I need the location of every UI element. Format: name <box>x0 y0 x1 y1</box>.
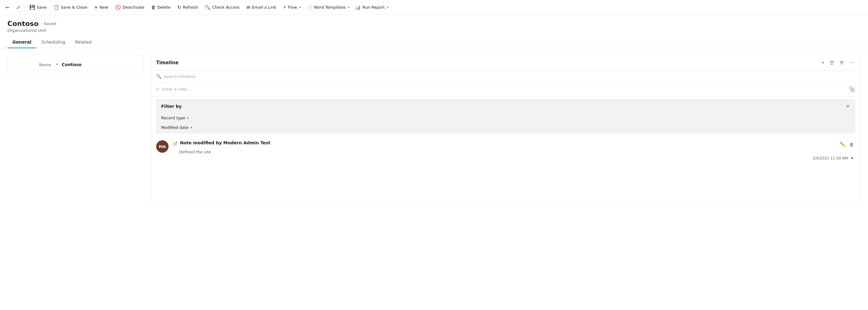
new-label: New <box>100 5 108 9</box>
page-header: Contoso - Saved Organizational Unit <box>0 15 868 34</box>
entry-content: 📝 Note modified by Modern Admin Test ✏️ … <box>172 140 855 161</box>
save-label: Save <box>37 5 47 9</box>
form-section: Name * Contoso <box>7 54 144 78</box>
avatar: MA <box>156 140 168 153</box>
save-close-button[interactable]: 📋 Save & Close <box>51 3 91 12</box>
deactivate-label: Deactivate <box>122 5 145 9</box>
timeline-header: Timeline + ⋯ <box>151 55 860 71</box>
filter-header: Filter by ✕ <box>161 103 850 110</box>
word-templates-label: Word Templates <box>314 5 346 9</box>
deactivate-icon: 🚫 <box>115 5 121 10</box>
note-input-area[interactable]: ✏️ Enter a note... <box>156 87 191 92</box>
delete-icon: 🗑 <box>151 5 156 10</box>
new-icon: + <box>94 5 98 10</box>
refresh-icon: ↻ <box>177 5 181 10</box>
tabs-bar: General Scheduling Related <box>0 36 868 48</box>
modified-date-label: Modified date <box>161 125 189 130</box>
save-button[interactable]: 💾 Save <box>26 3 50 12</box>
timeline-sort-button[interactable] <box>838 59 845 66</box>
search-placeholder[interactable]: Search timeline <box>164 74 195 79</box>
timeline-add-button[interactable]: + <box>820 59 826 67</box>
entry-footer: 2/4/2022 11:59 AM ▲ <box>172 154 855 161</box>
email-icon: ✉ <box>246 5 250 10</box>
modified-date-filter[interactable]: Modified date ▾ <box>161 123 850 132</box>
name-field-label: Name <box>14 62 51 67</box>
tab-general[interactable]: General <box>7 36 36 48</box>
timeline-actions: + ⋯ <box>820 58 855 67</box>
pop-out-button[interactable]: ⤢ <box>13 3 24 12</box>
timeline-panel: Timeline + ⋯ 🔍 Search timeline <box>151 54 861 203</box>
word-templates-icon: 📄 <box>306 5 312 10</box>
refresh-label: Refresh <box>183 5 198 9</box>
note-icon: 📝 <box>172 141 178 146</box>
pencil-icon: ✏️ <box>156 87 160 92</box>
run-report-label: Run Report <box>363 5 385 9</box>
filter-close-button[interactable]: ✕ <box>845 103 850 110</box>
flow-icon: ⚡ <box>283 5 286 10</box>
check-access-icon: 🔍 <box>205 5 211 10</box>
timeline-entry: MA 📝 Note modified by Modern Admin Test … <box>151 136 860 165</box>
tab-related[interactable]: Related <box>70 36 96 48</box>
modified-date-chevron-icon: ▾ <box>190 126 192 129</box>
note-placeholder: Enter a note... <box>162 87 191 92</box>
record-type-label: Record type <box>161 116 185 120</box>
page-subtitle: Organizational Unit <box>7 28 861 33</box>
entry-title: Note modified by Modern Admin Test <box>180 140 270 145</box>
required-indicator: * <box>56 62 58 67</box>
saved-badge: - Saved <box>41 21 56 26</box>
entry-actions: ✏️ 🗑 <box>839 140 855 148</box>
record-type-chevron-icon: ▾ <box>187 116 189 120</box>
check-access-label: Check Access <box>212 5 240 9</box>
save-close-label: Save & Close <box>61 5 88 9</box>
name-field-value[interactable]: Contoso <box>62 62 82 67</box>
entry-date: 2/4/2022 11:59 AM <box>812 156 848 160</box>
filter-panel: Filter by ✕ Record type ▾ Modified date … <box>156 99 855 133</box>
name-field: Name * Contoso <box>14 60 137 70</box>
toolbar: ← ⤢ 💾 Save 📋 Save & Close + New 🚫 Deacti… <box>0 0 868 15</box>
email-link-button[interactable]: ✉ Email a Link <box>243 3 280 12</box>
pop-out-icon: ⤢ <box>17 5 21 10</box>
entry-edit-button[interactable]: ✏️ <box>839 140 847 148</box>
flow-button[interactable]: ⚡ Flow ▾ <box>280 3 303 12</box>
entry-body: Defined the site <box>179 150 855 154</box>
main-content: Name * Contoso Timeline + <box>0 48 868 209</box>
check-access-button[interactable]: 🔍 Check Access <box>202 3 243 12</box>
run-report-chevron-icon: ▾ <box>387 6 389 9</box>
new-button[interactable]: + New <box>91 3 111 12</box>
note-input-row: ✏️ Enter a note... 📎 <box>151 82 860 96</box>
flow-label: Flow <box>288 5 297 9</box>
form-panel: Name * Contoso <box>7 54 144 78</box>
deactivate-button[interactable]: 🚫 Deactivate <box>112 3 148 12</box>
email-link-label: Email a Link <box>252 5 276 9</box>
flow-chevron-icon: ▾ <box>299 6 301 9</box>
record-type-filter[interactable]: Record type ▾ <box>161 113 850 123</box>
filter-by-label: Filter by <box>161 104 182 109</box>
back-button[interactable]: ← <box>2 3 13 12</box>
refresh-button[interactable]: ↻ Refresh <box>174 3 201 12</box>
save-icon: 💾 <box>29 5 35 10</box>
timeline-more-button[interactable]: ⋯ <box>848 58 855 67</box>
entry-delete-button[interactable]: 🗑 <box>848 141 855 148</box>
delete-button[interactable]: 🗑 Delete <box>148 3 174 12</box>
timeline-title: Timeline <box>156 60 179 65</box>
save-close-icon: 📋 <box>54 5 59 10</box>
timeline-search-bar: 🔍 Search timeline <box>151 71 860 82</box>
delete-label: Delete <box>157 5 171 9</box>
attachment-icon[interactable]: 📎 <box>848 86 855 92</box>
run-report-icon: 📊 <box>355 5 361 10</box>
entry-collapse-button[interactable]: ▲ <box>849 154 855 161</box>
entry-header: 📝 Note modified by Modern Admin Test <box>172 140 270 146</box>
run-report-button[interactable]: 📊 Run Report ▾ <box>352 3 390 12</box>
tab-scheduling[interactable]: Scheduling <box>36 36 70 48</box>
word-templates-button[interactable]: 📄 Word Templates ▾ <box>303 3 351 12</box>
page-title: Contoso <box>7 20 39 28</box>
back-icon: ← <box>6 5 9 10</box>
word-templates-chevron-icon: ▾ <box>348 6 349 9</box>
separator <box>25 4 25 11</box>
search-icon: 🔍 <box>156 74 161 79</box>
timeline-filter-button[interactable] <box>828 59 836 66</box>
